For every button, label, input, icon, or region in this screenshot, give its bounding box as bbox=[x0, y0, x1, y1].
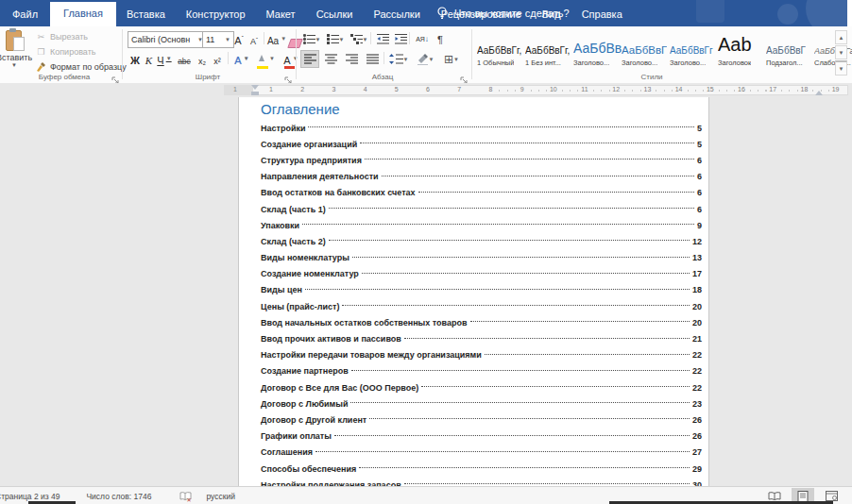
italic-button[interactable]: К bbox=[144, 51, 154, 66]
word-count[interactable]: Число слов: 1746 bbox=[86, 492, 151, 501]
style-card[interactable]: АаБбВвГЗаголово... bbox=[619, 29, 667, 78]
underline-letter: Ч bbox=[157, 55, 163, 66]
toc-entry[interactable]: Структура предприятия6 bbox=[261, 152, 702, 168]
pilcrow-button[interactable]: ¶ bbox=[433, 30, 448, 48]
left-indent-marker[interactable] bbox=[251, 92, 259, 95]
toc-entry-label: Настройки bbox=[261, 124, 305, 133]
format-painter-label: Формат по образцу bbox=[50, 62, 127, 72]
line-spacing-button[interactable]: ▼ bbox=[386, 50, 411, 68]
align-center-button[interactable] bbox=[321, 50, 340, 68]
ruler-number: 4 bbox=[362, 86, 369, 92]
paste-button[interactable]: Вставить ▼ bbox=[0, 29, 34, 78]
toc-entry[interactable]: Склад (часть 2)12 bbox=[261, 233, 702, 249]
paste-dropdown-caret[interactable]: ▼ bbox=[11, 62, 17, 68]
toc-entry[interactable]: Виды номенклатуры13 bbox=[261, 250, 702, 266]
language-indicator[interactable]: русский bbox=[206, 492, 235, 501]
toc-entry[interactable]: Настройки5 bbox=[261, 120, 702, 136]
sort-button[interactable]: АЯ↓ bbox=[412, 30, 433, 48]
toc-dot-leader bbox=[404, 482, 690, 484]
shrink-font-button[interactable]: Аˇ bbox=[247, 31, 261, 46]
toc-entry[interactable]: Направления деятельности6 bbox=[261, 169, 702, 185]
toc-entry[interactable]: Способы обеспечения29 bbox=[261, 461, 702, 477]
toc-entry-page: 21 bbox=[692, 334, 702, 344]
cut-button[interactable]: ✂ Вырезать bbox=[36, 30, 127, 42]
horizontal-ruler[interactable]: 1 12345678910111213141516171819 bbox=[224, 85, 848, 95]
toc-entry[interactable]: Создание номенклатур17 bbox=[261, 266, 702, 282]
style-card[interactable]: АаБбВвГгЗаголово... bbox=[667, 29, 715, 78]
toc-entry[interactable]: Склад (часть 1)6 bbox=[261, 201, 702, 217]
right-indent-marker[interactable] bbox=[815, 87, 823, 95]
tell-me-box[interactable]: Что вы хотите сделать? bbox=[436, 0, 570, 26]
tab-Рассылки[interactable]: Рассылки bbox=[363, 2, 430, 26]
increase-indent-button[interactable] bbox=[391, 30, 410, 48]
tab-Макет[interactable]: Макет bbox=[256, 2, 306, 26]
toc-entry-label: Создание номенклатур bbox=[261, 269, 359, 278]
toc-entry[interactable]: Виды цен18 bbox=[261, 282, 702, 298]
style-card[interactable]: АаБбВвЗаголово... bbox=[571, 29, 619, 78]
strikethrough-button[interactable]: abc bbox=[176, 51, 193, 66]
toc-entry[interactable]: Ввод прочих активов и пассивов21 bbox=[261, 330, 702, 346]
tab-Главная[interactable]: Главная bbox=[50, 2, 116, 26]
toc-entry[interactable]: Цены (прайс-лист)20 bbox=[261, 298, 702, 314]
grow-font-button[interactable]: Аˆ bbox=[232, 31, 246, 46]
toc-entry[interactable]: Ввод начальных остатков собственных това… bbox=[261, 314, 702, 330]
tab-Конструктор[interactable]: Конструктор bbox=[176, 2, 256, 26]
borders-button[interactable]: ⊞▼ bbox=[439, 50, 464, 68]
toc-entry[interactable]: Настройки поддержания запасов30 bbox=[261, 477, 702, 486]
style-card[interactable]: АаБбВвГПодзагол... bbox=[763, 29, 811, 78]
subscript-button[interactable]: x₂ bbox=[196, 51, 209, 66]
justify-button[interactable] bbox=[363, 50, 382, 68]
numbering-button[interactable]: ▼ bbox=[324, 30, 347, 48]
toc-title[interactable]: Оглавление bbox=[261, 101, 340, 117]
tab-Вставка[interactable]: Вставка bbox=[116, 2, 176, 26]
decrease-indent-button[interactable] bbox=[373, 30, 392, 48]
style-card[interactable]: AabЗаголовок bbox=[715, 29, 763, 78]
font-color-button[interactable]: А ▼ bbox=[281, 51, 301, 66]
page-indicator[interactable]: Страница 2 из 49 bbox=[0, 492, 60, 501]
toc-entry-label: Цены (прайс-лист) bbox=[261, 302, 339, 311]
font-dialog-launcher[interactable] bbox=[283, 72, 293, 81]
style-card[interactable]: АаБбВвГг,1 Без инт... bbox=[522, 29, 571, 78]
style-card[interactable]: АаБбВвГг,1 Обычный bbox=[474, 29, 522, 78]
document-page[interactable]: Оглавление Настройки5Создание организаци… bbox=[238, 97, 709, 486]
clipboard-dialog-launcher[interactable] bbox=[111, 72, 120, 81]
font-size-combobox[interactable]: 11▼ bbox=[202, 31, 234, 48]
toc-dot-leader bbox=[334, 434, 690, 436]
align-left-button[interactable] bbox=[300, 50, 319, 68]
toc-entry[interactable]: Упаковки9 bbox=[261, 217, 702, 233]
copy-button[interactable]: ❐ Копировать bbox=[36, 45, 127, 58]
superscript-button[interactable]: x² bbox=[211, 51, 224, 66]
styles-scroll-down-button[interactable]: ▼ bbox=[835, 45, 847, 59]
toc-entry[interactable]: Соглашения27 bbox=[261, 445, 702, 461]
align-right-button[interactable] bbox=[342, 50, 361, 68]
toc-entry[interactable]: Договор с Другой клиент26 bbox=[261, 412, 702, 428]
toc-entry[interactable]: Создание партнеров22 bbox=[261, 363, 702, 379]
style-card-label: Заголово... bbox=[670, 59, 706, 67]
proofing-status-icon[interactable]: ✕ bbox=[179, 492, 191, 501]
shading-button[interactable]: ▼ bbox=[413, 50, 437, 68]
toc-entry[interactable]: Договор с Все для Вас (ООО Первое)22 bbox=[261, 379, 702, 395]
change-case-button[interactable]: Aa▼ bbox=[267, 31, 286, 46]
tab-Справка[interactable]: Справка bbox=[571, 2, 633, 26]
toc-entry-label: Соглашения bbox=[261, 447, 313, 457]
toc-entry[interactable]: Договор с Любимый23 bbox=[261, 395, 702, 412]
bold-button[interactable]: Ж bbox=[129, 51, 141, 66]
underline-button[interactable]: Ч▼ bbox=[157, 51, 172, 66]
toc-dot-leader bbox=[418, 191, 694, 193]
toc-entry[interactable]: Ввод остатков на банковских счетах6 bbox=[261, 185, 702, 201]
styles-scroll-up-button[interactable]: ▲ bbox=[835, 30, 847, 44]
toc-entry[interactable]: Графики оплаты26 bbox=[261, 428, 702, 445]
toc-entry[interactable]: Настройки передачи товаров между организ… bbox=[261, 347, 702, 363]
multilevel-list-button[interactable]: ▼ bbox=[348, 30, 370, 48]
styles-more-button[interactable]: ▼ bbox=[835, 60, 847, 76]
font-name-combobox[interactable]: Calibri (Основн▼ bbox=[128, 31, 207, 48]
tab-Файл[interactable]: Файл bbox=[0, 2, 50, 26]
toc-entry[interactable]: Создание организаций5 bbox=[261, 136, 702, 152]
bullets-button[interactable]: ▼ bbox=[300, 30, 323, 48]
ruler-number: 13 bbox=[641, 86, 653, 92]
text-highlight-button[interactable]: ▼ bbox=[255, 51, 276, 66]
ruler-number: 15 bbox=[705, 86, 716, 92]
tab-Ссылки[interactable]: Ссылки bbox=[306, 2, 364, 26]
paragraph-dialog-launcher[interactable] bbox=[459, 72, 469, 81]
text-effects-button[interactable]: А▼ bbox=[232, 51, 251, 66]
